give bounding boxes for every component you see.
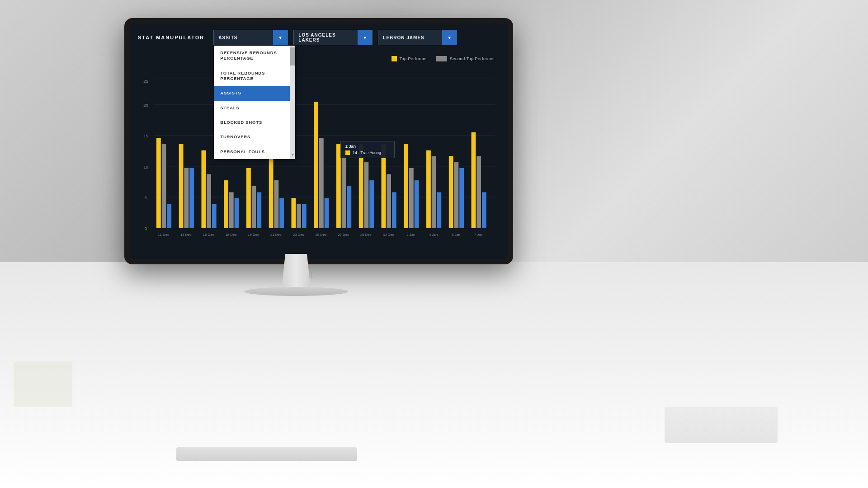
svg-rect-65 [454, 162, 459, 228]
svg-rect-58 [415, 180, 419, 228]
legend-second-top-performer: Second Top Performer [436, 56, 495, 61]
svg-text:30 Dec: 30 Dec [383, 233, 394, 237]
menu-item-personal-fouls[interactable]: PERSONAL FOULS [214, 145, 295, 159]
legend-yellow-dot [392, 56, 397, 61]
player-dropdown[interactable]: LEBRON JAMES ▼ [378, 30, 457, 45]
legend-gray-dot [436, 56, 447, 61]
svg-rect-25 [229, 192, 234, 228]
svg-rect-34 [279, 198, 284, 228]
svg-rect-16 [179, 144, 184, 228]
stat-dropdown-menu: DEFENSIVE REBOUNDSPERCENTAGE TOTAL REBOU… [214, 46, 295, 159]
menu-item-steals[interactable]: STEALS [214, 101, 295, 115]
svg-text:2 Jan: 2 Jan [406, 233, 415, 237]
svg-rect-17 [184, 168, 189, 228]
scroll-thumb [290, 47, 295, 66]
chart-area: 0 5 10 15 20 25 [138, 65, 500, 245]
menu-item-turnovers[interactable]: TURNOVERS [214, 130, 295, 144]
svg-rect-49 [364, 162, 368, 228]
chart-legend: Top Performer Second Top Performer [138, 56, 500, 61]
laptop-bottom [176, 447, 357, 461]
svg-rect-62 [437, 192, 441, 228]
svg-text:0: 0 [145, 226, 147, 231]
monitor-frame: STAT MANUPULATOR ASSITS ▼ DEFENSIVE REBO… [124, 18, 513, 264]
svg-rect-32 [269, 156, 274, 228]
svg-text:28 Dec: 28 Dec [360, 233, 372, 237]
svg-rect-26 [235, 198, 239, 228]
svg-text:4 Jan: 4 Jan [429, 233, 438, 237]
svg-rect-50 [369, 180, 374, 228]
menu-item-def-rebounds[interactable]: DEFENSIVE REBOUNDSPERCENTAGE [214, 46, 295, 66]
svg-text:19 Dec: 19 Dec [248, 233, 259, 237]
chart-container: Top Performer Second Top Performer 0 5 1… [130, 52, 508, 259]
svg-rect-40 [314, 102, 318, 228]
tooltip-value: 14 : Trae Young [353, 150, 381, 155]
svg-rect-30 [257, 192, 261, 228]
team-dropdown-arrow[interactable]: ▼ [358, 30, 372, 45]
svg-text:21 Dec: 21 Dec [270, 233, 282, 237]
svg-rect-56 [404, 144, 408, 228]
stat-dropdown[interactable]: ASSITS ▼ DEFENSIVE REBOUNDSPERCENTAGE TO… [213, 30, 288, 45]
svg-text:25: 25 [143, 79, 148, 84]
svg-rect-20 [201, 150, 206, 228]
monitor-stand-base [244, 287, 348, 296]
legend-second-label: Second Top Performer [450, 56, 495, 61]
svg-rect-29 [252, 186, 256, 228]
svg-text:23 Dec: 23 Dec [293, 233, 304, 237]
svg-rect-14 [167, 204, 171, 228]
chart-svg: 0 5 10 15 20 25 [138, 65, 500, 245]
svg-text:5: 5 [145, 195, 147, 200]
tooltip-color-indicator [345, 150, 350, 155]
svg-rect-12 [156, 138, 161, 228]
stat-dropdown-arrow[interactable]: ▼ [273, 30, 288, 45]
svg-rect-37 [297, 204, 301, 228]
svg-rect-21 [207, 174, 211, 228]
svg-rect-68 [472, 132, 476, 228]
chart-tooltip: 2 Jan 14 : Trae Young [340, 141, 395, 158]
svg-rect-70 [482, 192, 486, 228]
svg-rect-53 [387, 174, 391, 228]
svg-text:18 Dec: 18 Dec [225, 233, 236, 237]
app-header: STAT MANUPULATOR ASSITS ▼ DEFENSIVE REBO… [130, 23, 508, 52]
svg-text:27 Dec: 27 Dec [338, 233, 349, 237]
svg-text:15: 15 [143, 133, 148, 138]
svg-text:25 Dec: 25 Dec [316, 233, 327, 237]
stat-dropdown-label: ASSITS [214, 35, 273, 40]
svg-rect-13 [162, 144, 166, 228]
svg-rect-69 [476, 156, 481, 228]
svg-rect-46 [347, 186, 351, 228]
svg-text:10: 10 [143, 164, 148, 169]
svg-rect-28 [246, 168, 251, 228]
svg-text:20: 20 [143, 103, 148, 108]
svg-rect-66 [459, 168, 464, 228]
svg-rect-61 [432, 156, 436, 228]
menu-item-assists[interactable]: ASSISTS [214, 86, 295, 100]
menu-item-total-rebounds[interactable]: TOTAL REBOUNDS PERCENTAGE [214, 66, 295, 86]
tooltip-date: 2 Jan [345, 144, 390, 149]
team-dropdown[interactable]: LOS ANGELES LAKERS ▼ [293, 30, 373, 45]
svg-rect-42 [325, 198, 329, 228]
scroll-indicator[interactable]: ▼ [290, 46, 295, 159]
svg-rect-64 [449, 156, 453, 228]
svg-rect-54 [392, 192, 396, 228]
app-title: STAT MANUPULATOR [138, 35, 204, 40]
player-dropdown-label: LEBRON JAMES [378, 35, 442, 40]
svg-rect-36 [292, 198, 296, 228]
team-dropdown-label: LOS ANGELES LAKERS [294, 33, 358, 42]
svg-rect-57 [409, 168, 414, 228]
svg-text:13 Dec: 13 Dec [180, 233, 192, 237]
svg-rect-60 [426, 150, 431, 228]
svg-rect-33 [274, 180, 278, 228]
legend-top-label: Top Performer [400, 56, 429, 61]
svg-text:7 Jan: 7 Jan [474, 233, 483, 237]
tooltip-row: 14 : Trae Young [345, 150, 390, 155]
svg-rect-45 [342, 150, 346, 228]
player-dropdown-arrow[interactable]: ▼ [442, 30, 457, 45]
svg-rect-38 [302, 204, 307, 228]
svg-rect-22 [212, 204, 217, 228]
svg-rect-18 [189, 168, 194, 228]
menu-item-blocked-shots[interactable]: BLOCKED SHOTS [214, 115, 295, 130]
apple-logo-icon:  [311, 270, 314, 280]
svg-text:16 Dec: 16 Dec [203, 233, 214, 237]
svg-text:6 Jan: 6 Jan [452, 233, 460, 237]
svg-text:11 Dec: 11 Dec [158, 233, 169, 237]
